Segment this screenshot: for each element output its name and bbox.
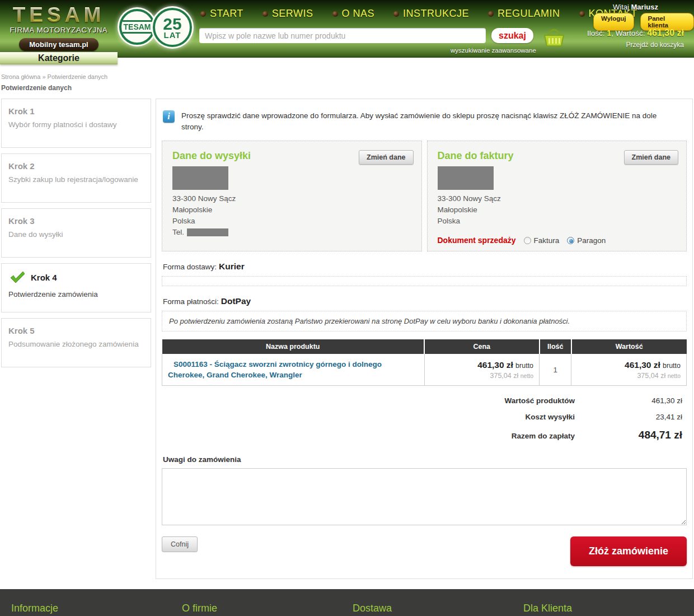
cart-value: 461,30 zł xyxy=(647,28,684,38)
cart-quantity: 1 xyxy=(607,29,611,38)
search-button[interactable]: szukaj xyxy=(491,28,533,43)
bullet-icon xyxy=(332,11,338,17)
checkout-steps-sidebar: Krok 1 Wybór formy platności i dostawy K… xyxy=(1,99,151,373)
cart-summary: Ilość: 1, Wartość: 461,30 zł Przejdź do … xyxy=(587,28,684,49)
table-header-row: Nazwa produktu Cena Ilość Wartość xyxy=(162,339,687,354)
delivery-method-line: Forma dostawy:Kurier xyxy=(163,262,686,272)
order-confirmation-panel: i Proszę sprawdzić dane wprowadzone do f… xyxy=(156,99,693,579)
cart-totals-line: Ilość: 1, Wartość: 461,30 zł xyxy=(587,28,684,38)
breadcrumb-home-link[interactable]: Strona główna xyxy=(1,73,40,80)
logo[interactable]: TESAM xyxy=(0,3,118,27)
redacted-phone xyxy=(187,228,228,236)
site-footer: Informacje Zakupy na Raty Regulamin Poli… xyxy=(0,589,694,616)
bullet-icon xyxy=(262,11,268,17)
place-order-button[interactable]: Złóż zamówienie xyxy=(570,536,687,566)
change-shipping-data-button[interactable]: Zmień dane xyxy=(359,150,413,165)
footer-col-informacje: Informacje Zakupy na Raty Regulamin Poli… xyxy=(11,603,182,616)
value-cell: 461,30 zł brutto 375,04 zł netto xyxy=(571,354,687,386)
redacted-recipient xyxy=(172,166,228,190)
nav-item-instrukcje[interactable]: INSTRUKCJE xyxy=(393,8,469,20)
bullet-icon xyxy=(200,11,206,17)
checkmark-icon xyxy=(10,271,25,283)
mobile-site-button[interactable]: Mobilny tesam.pl xyxy=(19,38,98,51)
order-totals: Wartość produktów 461,30 zł Koszt wysyłk… xyxy=(162,393,687,445)
col-product-name: Nazwa produktu xyxy=(162,339,425,354)
radio-icon[interactable] xyxy=(524,237,531,244)
info-message: i Proszę sprawdzić dane wprowadzone do f… xyxy=(162,106,687,141)
step-3[interactable]: Krok 3 Dane do wysyłki xyxy=(1,208,151,258)
user-greeting: Witaj Mariusz xyxy=(613,3,658,11)
logo-subtitle: FIRMA MOTORYZACYJNA xyxy=(0,26,118,34)
back-button[interactable]: Cofnij xyxy=(162,536,198,552)
total-products-row: Wartość produktów 461,30 zł xyxy=(162,393,687,409)
step-2[interactable]: Krok 2 Szybki zakup lub rejestracja/logo… xyxy=(1,153,151,203)
nav-item-regulamin[interactable]: REGULAMIN xyxy=(488,8,560,20)
logo-block: TESAM FIRMA MOTORYZACYJNA Mobilny tesam.… xyxy=(0,0,118,53)
table-row: S0001163 - Ściągacz sworzni zwrotnicy gó… xyxy=(162,354,687,386)
shipping-cost-row: Koszt wysyłki 23,41 zł xyxy=(162,409,687,425)
payment-method-line: Forma płatności:DotPay xyxy=(163,296,686,306)
breadcrumb-separator: » xyxy=(42,73,45,80)
step-1[interactable]: Krok 1 Wybór formy platności i dostawy xyxy=(1,99,151,148)
footer-col-o-firmie: O firmie O nas Serwis Kontakt xyxy=(182,603,353,616)
breadcrumb: Strona główna » Potwierdzenie danych xyxy=(1,73,694,80)
product-link[interactable]: S0001163 - Ściągacz sworzni zwrotnicy gó… xyxy=(168,359,419,380)
radio-checked-icon[interactable] xyxy=(567,237,574,244)
tesam-logo-seal: TESAM xyxy=(119,9,155,45)
payment-note: Po potwierdzeniu zamówienia zostaną Pańs… xyxy=(162,311,687,332)
info-icon: i xyxy=(163,110,175,123)
radio-paragon[interactable]: Paragon xyxy=(567,236,606,245)
shipping-data-panel: Dane do wysyłki Zmień dane 33-300 Nowy S… xyxy=(162,141,422,251)
quantity-cell: 1 xyxy=(540,354,571,386)
radio-faktura[interactable]: Faktura xyxy=(524,236,560,245)
anniversary-badge: TESAM 25 LAT xyxy=(119,6,195,53)
search-bar: szukaj xyxy=(199,28,533,43)
footer-col-dla-klienta: Dla Klienta Pomoc Instrukcje xyxy=(523,603,694,616)
bullet-icon xyxy=(579,11,585,17)
25-lat-badge: 25 LAT xyxy=(153,8,192,47)
main-nav: START SERWIS O NAS INSTRUKCJE REGULAMIN … xyxy=(200,8,637,20)
categories-menu-button[interactable]: Kategorie xyxy=(0,52,118,64)
sales-document-label: Dokument sprzedaży xyxy=(438,236,516,245)
basket-icon[interactable] xyxy=(543,29,565,48)
nav-item-start[interactable]: START xyxy=(200,8,243,20)
col-value: Wartość xyxy=(571,339,687,354)
footer-col-dostawa: Dostawa Dostawa xyxy=(353,603,523,616)
products-table: Nazwa produktu Cena Ilość Wartość S00011… xyxy=(162,339,687,386)
breadcrumb-current: Potwierdzenie danych xyxy=(48,73,108,80)
step-5[interactable]: Krok 5 Podsumowanie złożonego zamówienia xyxy=(1,318,151,367)
page-title: Potwierdzenie danych xyxy=(1,84,694,92)
payment-method-value: DotPay xyxy=(221,296,251,306)
col-price: Cena xyxy=(424,339,540,354)
search-input[interactable] xyxy=(199,28,486,43)
order-remarks-textarea[interactable] xyxy=(162,468,687,525)
step-4-active[interactable]: Krok 4 Potwierdzenie zamówienia xyxy=(1,263,151,312)
change-invoice-data-button[interactable]: Zmień dane xyxy=(624,150,678,165)
bullet-icon xyxy=(488,11,494,17)
redacted-recipient xyxy=(438,166,494,190)
goto-cart-link[interactable]: Przejdź do koszyka xyxy=(587,41,684,49)
delivery-options-box xyxy=(162,276,687,286)
price-cell: 461,30 zł brutto 375,04 zł netto xyxy=(424,354,540,386)
col-quantity: Ilość xyxy=(540,339,571,354)
advanced-search-link[interactable]: wyszukiwanie zaawansowane xyxy=(451,47,536,54)
nav-item-o-nas[interactable]: O NAS xyxy=(332,8,375,20)
site-header: TESAM FIRMA MOTORYZACYJNA Mobilny tesam.… xyxy=(0,0,694,58)
order-remarks-label: Uwagi do zamówienia xyxy=(163,455,686,464)
grand-total-row: Razem do zapłaty 484,71 zł xyxy=(162,425,687,445)
bullet-icon xyxy=(393,11,399,17)
delivery-method-value: Kurier xyxy=(219,262,245,271)
nav-item-serwis[interactable]: SERWIS xyxy=(262,8,313,20)
invoice-data-panel: Dane do faktury Zmień dane 33-300 Nowy S… xyxy=(427,141,687,251)
user-name: Mariusz xyxy=(631,3,658,11)
